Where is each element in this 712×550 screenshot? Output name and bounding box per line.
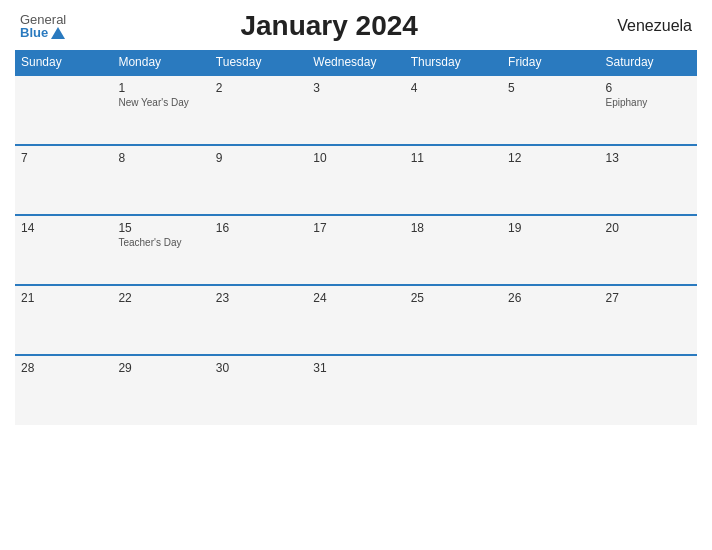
- day-number: 3: [313, 81, 398, 95]
- calendar-week-row: 78910111213: [15, 145, 697, 215]
- calendar-cell: 24: [307, 285, 404, 355]
- calendar-cell: 31: [307, 355, 404, 425]
- header-monday: Monday: [112, 50, 209, 75]
- day-number: 15: [118, 221, 203, 235]
- header-saturday: Saturday: [600, 50, 697, 75]
- header-wednesday: Wednesday: [307, 50, 404, 75]
- calendar-week-row: 1New Year's Day23456Epiphany: [15, 75, 697, 145]
- day-number: 16: [216, 221, 301, 235]
- day-number: 4: [411, 81, 496, 95]
- country-label: Venezuela: [592, 17, 692, 35]
- day-number: 25: [411, 291, 496, 305]
- day-number: 7: [21, 151, 106, 165]
- weekday-header-row: Sunday Monday Tuesday Wednesday Thursday…: [15, 50, 697, 75]
- day-number: 21: [21, 291, 106, 305]
- calendar-cell: 2: [210, 75, 307, 145]
- day-number: 19: [508, 221, 593, 235]
- day-number: 26: [508, 291, 593, 305]
- calendar-cell: 23: [210, 285, 307, 355]
- calendar-cell: [405, 355, 502, 425]
- calendar-cell: 27: [600, 285, 697, 355]
- calendar-cell: 1New Year's Day: [112, 75, 209, 145]
- calendar-cell: 11: [405, 145, 502, 215]
- day-number: 20: [606, 221, 691, 235]
- header-thursday: Thursday: [405, 50, 502, 75]
- day-number: 10: [313, 151, 398, 165]
- day-number: 8: [118, 151, 203, 165]
- calendar-cell: [502, 355, 599, 425]
- day-number: 13: [606, 151, 691, 165]
- holiday-name: Epiphany: [606, 97, 691, 108]
- calendar-cell: 26: [502, 285, 599, 355]
- day-number: 23: [216, 291, 301, 305]
- calendar-cell: 3: [307, 75, 404, 145]
- calendar-week-row: 28293031: [15, 355, 697, 425]
- calendar-cell: [15, 75, 112, 145]
- day-number: 12: [508, 151, 593, 165]
- day-number: 29: [118, 361, 203, 375]
- calendar-cell: 19: [502, 215, 599, 285]
- calendar-cell: 13: [600, 145, 697, 215]
- calendar-cell: 4: [405, 75, 502, 145]
- calendar-cell: 8: [112, 145, 209, 215]
- day-number: 27: [606, 291, 691, 305]
- calendar-week-row: 21222324252627: [15, 285, 697, 355]
- header-friday: Friday: [502, 50, 599, 75]
- calendar-cell: 30: [210, 355, 307, 425]
- calendar-cell: 10: [307, 145, 404, 215]
- holiday-name: Teacher's Day: [118, 237, 203, 248]
- header-tuesday: Tuesday: [210, 50, 307, 75]
- holiday-name: New Year's Day: [118, 97, 203, 108]
- calendar-cell: [600, 355, 697, 425]
- day-number: 9: [216, 151, 301, 165]
- day-number: 18: [411, 221, 496, 235]
- calendar-cell: 9: [210, 145, 307, 215]
- calendar-cell: 14: [15, 215, 112, 285]
- day-number: 14: [21, 221, 106, 235]
- day-number: 22: [118, 291, 203, 305]
- calendar-cell: 16: [210, 215, 307, 285]
- calendar-cell: 6Epiphany: [600, 75, 697, 145]
- calendar-cell: 12: [502, 145, 599, 215]
- calendar-table: Sunday Monday Tuesday Wednesday Thursday…: [15, 50, 697, 425]
- calendar-cell: 7: [15, 145, 112, 215]
- logo-blue-text: Blue: [20, 26, 65, 39]
- calendar-cell: 29: [112, 355, 209, 425]
- calendar-cell: 25: [405, 285, 502, 355]
- calendar-cell: 5: [502, 75, 599, 145]
- day-number: 24: [313, 291, 398, 305]
- day-number: 6: [606, 81, 691, 95]
- calendar-cell: 22: [112, 285, 209, 355]
- day-number: 31: [313, 361, 398, 375]
- day-number: 17: [313, 221, 398, 235]
- page: General Blue January 2024 Venezuela Sund…: [0, 0, 712, 550]
- calendar-week-row: 1415Teacher's Day1617181920: [15, 215, 697, 285]
- header: General Blue January 2024 Venezuela: [15, 10, 697, 42]
- header-sunday: Sunday: [15, 50, 112, 75]
- day-number: 28: [21, 361, 106, 375]
- calendar-cell: 21: [15, 285, 112, 355]
- calendar-title: January 2024: [66, 10, 592, 42]
- day-number: 2: [216, 81, 301, 95]
- logo-triangle-icon: [51, 27, 65, 39]
- calendar-cell: 15Teacher's Day: [112, 215, 209, 285]
- day-number: 11: [411, 151, 496, 165]
- calendar-cell: 17: [307, 215, 404, 285]
- calendar-cell: 18: [405, 215, 502, 285]
- day-number: 5: [508, 81, 593, 95]
- day-number: 30: [216, 361, 301, 375]
- day-number: 1: [118, 81, 203, 95]
- calendar-cell: 20: [600, 215, 697, 285]
- calendar-cell: 28: [15, 355, 112, 425]
- logo: General Blue: [20, 13, 66, 39]
